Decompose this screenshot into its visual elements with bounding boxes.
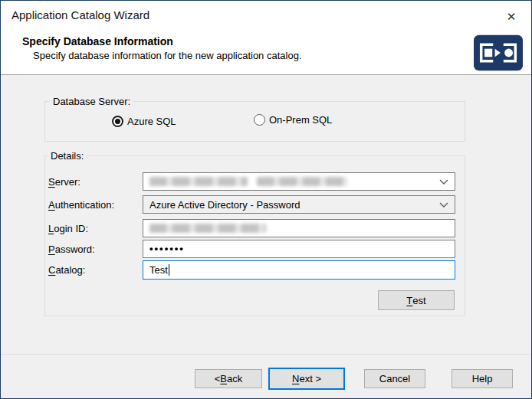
dialog-header-area: Application Catalog Wizard ✕ Specify Dat… (1, 1, 531, 75)
catalog-input[interactable]: Test (143, 260, 455, 280)
radio-onprem-sql[interactable] (254, 114, 265, 126)
footer-divider (1, 355, 531, 356)
chevron-down-icon (439, 202, 448, 208)
database-server-group-label: Database Server: (50, 96, 133, 107)
catalog-label: Catalog: (48, 264, 85, 276)
authentication-dropdown[interactable]: Azure Active Directory - Password (143, 195, 455, 214)
server-redacted-value (149, 177, 347, 186)
close-icon[interactable]: ✕ (496, 5, 527, 28)
test-button[interactable]: Test (378, 290, 455, 310)
server-combobox[interactable] (143, 172, 455, 191)
authentication-label: Authentication: (48, 199, 114, 211)
application-catalog-icon (474, 34, 523, 71)
page-subtitle: Specify database information for the new… (33, 50, 302, 61)
application-catalog-wizard-dialog: Application Catalog Wizard ✕ Specify Dat… (0, 0, 532, 399)
back-button[interactable]: < Back (195, 369, 262, 388)
cancel-button[interactable]: Cancel (364, 369, 425, 388)
details-group-label: Details: (48, 150, 87, 162)
radio-onprem-sql-label[interactable]: On-Prem SQL (269, 114, 332, 126)
radio-azure-sql[interactable] (112, 116, 123, 127)
login-id-input[interactable] (143, 219, 455, 237)
next-button[interactable]: Next > (268, 368, 345, 390)
window-title: Application Catalog Wizard (11, 8, 149, 21)
catalog-value: Test (149, 264, 168, 276)
help-button[interactable]: Help (452, 369, 513, 388)
radio-azure-sql-label[interactable]: Azure SQL (127, 116, 176, 128)
password-masked-value: ••••••• (149, 240, 185, 257)
page-title: Specify Database Information (22, 35, 173, 47)
authentication-value: Azure Active Directory - Password (149, 199, 300, 211)
login-id-redacted-value (149, 224, 266, 233)
password-input[interactable]: ••••••• (143, 240, 455, 258)
server-label: Server: (48, 176, 80, 188)
chevron-down-icon (439, 179, 448, 185)
text-caret (169, 264, 169, 276)
login-id-label: Login ID: (48, 223, 88, 235)
password-label: Password: (48, 244, 95, 256)
